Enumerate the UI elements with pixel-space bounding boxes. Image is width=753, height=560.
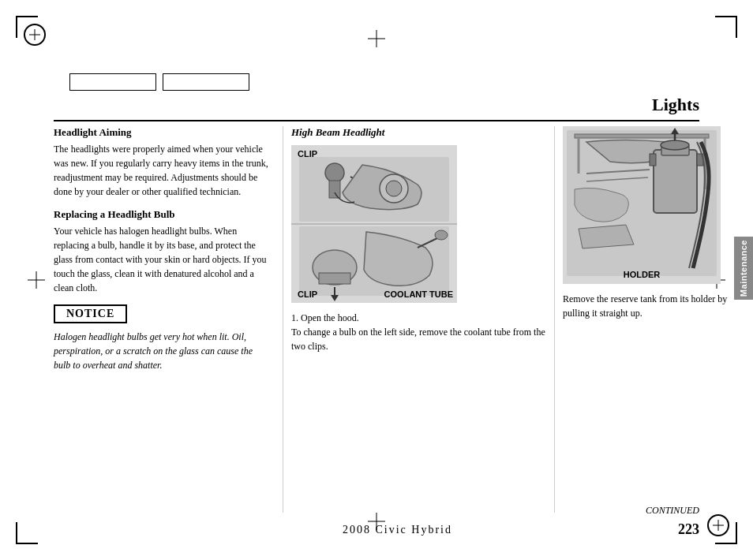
step-1: 1. Open the hood. To change a bulb on th… bbox=[291, 311, 546, 353]
corner-mark-tl bbox=[16, 16, 38, 38]
headlight-aiming-text: The headlights were properly aimed when … bbox=[54, 142, 270, 199]
replacing-bulb-text: Your vehicle has halogen headlight bulbs… bbox=[54, 224, 270, 295]
headlight-diagram-svg bbox=[291, 145, 457, 303]
svg-point-3 bbox=[325, 163, 344, 182]
clip-bottom-label: CLIP bbox=[298, 289, 317, 299]
svg-rect-4 bbox=[329, 181, 340, 198]
clip-top-label: CLIP bbox=[298, 149, 317, 159]
step-1-text: 1. Open the hood. bbox=[291, 312, 359, 323]
crosshair-left bbox=[28, 271, 45, 289]
svg-rect-17 bbox=[575, 134, 709, 138]
headlight-aiming-heading: Headlight Aiming bbox=[54, 126, 270, 139]
holder-label: HOLDER bbox=[624, 270, 660, 279]
high-beam-title: High Beam Headlight bbox=[291, 126, 546, 139]
middle-column: High Beam Headlight CLIP bbox=[283, 126, 554, 513]
svg-point-7 bbox=[386, 181, 402, 196]
coolant-tube-label: COOLANT TUBE bbox=[384, 289, 453, 299]
reserve-tank-svg bbox=[563, 126, 721, 284]
header-divider bbox=[54, 120, 699, 121]
remove-text: Remove the reserve tank from its holder … bbox=[563, 292, 728, 320]
svg-point-14 bbox=[435, 230, 448, 240]
reserve-tank-diagram: HOLDER bbox=[563, 126, 721, 284]
high-beam-diagram: CLIP bbox=[291, 145, 457, 303]
left-column: Headlight Aiming The headlights were pro… bbox=[54, 126, 283, 513]
main-content: Headlight Aiming The headlights were pro… bbox=[54, 126, 728, 513]
footer-center: 2008 Civic Hybrid bbox=[343, 524, 452, 536]
corner-mark-bl bbox=[16, 522, 38, 544]
registration-circle-br bbox=[707, 514, 729, 536]
crosshair-top bbox=[368, 30, 385, 47]
footer: 2008 Civic Hybrid 223 bbox=[54, 521, 699, 538]
corner-mark-tr bbox=[715, 16, 737, 38]
replacing-bulb-heading: Replacing a Headlight Bulb bbox=[54, 208, 270, 221]
page-title: Lights bbox=[652, 95, 699, 115]
tab-box-1[interactable] bbox=[69, 73, 156, 91]
tab-box-2[interactable] bbox=[163, 73, 249, 91]
svg-rect-10 bbox=[319, 273, 350, 284]
svg-point-22 bbox=[661, 140, 689, 150]
maintenance-sidebar: Maintenance bbox=[734, 237, 753, 300]
notice-text: Halogen headlight bulbs get very hot whe… bbox=[54, 330, 270, 372]
right-column: HOLDER Remove the reserve tank from its … bbox=[554, 126, 728, 513]
continued-text: CONTINUED bbox=[646, 505, 699, 517]
svg-rect-25 bbox=[650, 154, 656, 166]
maintenance-label: Maintenance bbox=[739, 240, 748, 297]
notice-box: NOTICE bbox=[54, 304, 127, 323]
step-1a-text: To change a bulb on the left side, remov… bbox=[291, 327, 545, 352]
svg-rect-20 bbox=[654, 150, 697, 213]
page-number: 223 bbox=[678, 521, 699, 538]
tab-boxes bbox=[69, 73, 249, 91]
